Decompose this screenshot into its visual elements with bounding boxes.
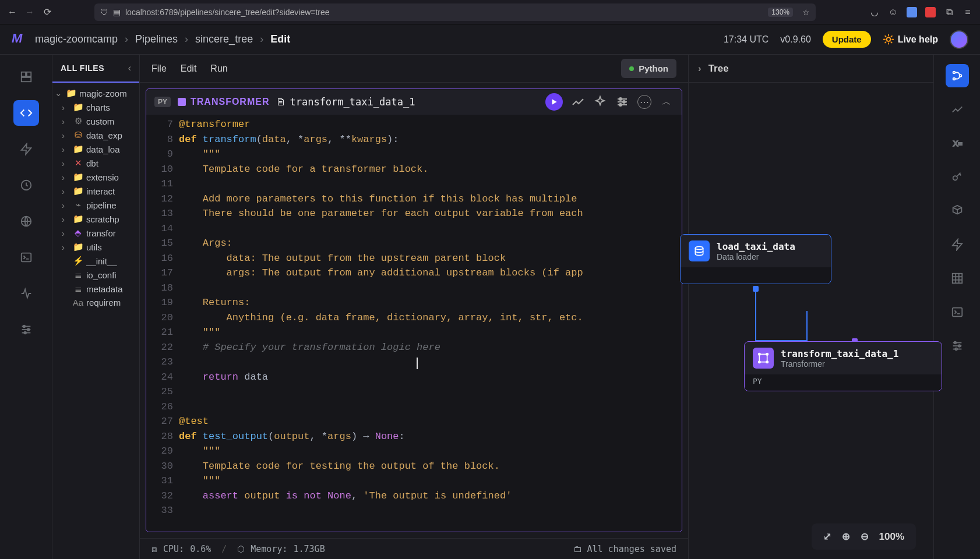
rail-clock-icon[interactable] (13, 172, 39, 198)
tree-item[interactable]: ›📁utils (52, 240, 139, 254)
file-tree[interactable]: ⌄📁magic-zoom›📁charts›⚙custom›⛁data_exp›📁… (52, 83, 139, 313)
forward-icon[interactable]: → (24, 7, 35, 17)
block-file-name[interactable]: 🗎 transform_taxi_data_1 (276, 96, 415, 108)
tree-item[interactable]: Aarequirem (52, 296, 139, 309)
account-icon[interactable]: ☺ (888, 7, 898, 17)
pocket-icon[interactable]: ◡ (869, 7, 880, 17)
chevron-right-icon[interactable]: › (62, 242, 70, 252)
crumb-pipeline[interactable]: sincere_tree (195, 33, 253, 45)
update-button[interactable]: Update (823, 31, 871, 48)
tree-panel: › Tree load_taxi_data Data loader (689, 55, 933, 559)
rail-terminal-icon[interactable] (13, 245, 39, 270)
block-header: PY TRANSFORMER 🗎 transform_taxi_data_1 ⋯… (146, 89, 682, 115)
folder-icon: 📁 (73, 172, 83, 182)
tree-item[interactable]: ›📁data_loa (52, 142, 139, 156)
tree-item-label: data_loa (86, 144, 120, 154)
extensions-icon[interactable]: ⧉ (944, 7, 954, 17)
back-icon[interactable]: ← (7, 7, 17, 17)
chevron-right-icon[interactable]: › (62, 172, 70, 182)
star-icon[interactable]: ☆ (802, 8, 810, 17)
tree-item[interactable]: ›✕dbt (52, 156, 139, 170)
live-help-button[interactable]: 🔆 Live help (883, 34, 938, 45)
rail-tree-icon[interactable] (946, 64, 969, 87)
app-logo[interactable]: M (12, 31, 29, 48)
crumb-workspace[interactable]: magic-zoomcamp (35, 33, 118, 45)
rail-triggers-icon[interactable] (946, 233, 969, 256)
rail-sliders-icon[interactable] (13, 317, 39, 342)
lock-icon: ▤ (113, 8, 121, 17)
chevron-right-icon[interactable]: › (62, 186, 70, 196)
crumb-pipelines[interactable]: Pipelines (135, 33, 178, 45)
avatar[interactable] (950, 30, 968, 49)
more-icon[interactable]: ⋯ (637, 95, 651, 109)
rail-bolt-icon[interactable] (13, 136, 39, 162)
rail-activity-icon[interactable] (13, 281, 39, 306)
rail-config-icon[interactable] (946, 334, 969, 358)
chevron-right-icon[interactable]: › (62, 214, 70, 224)
tree-item[interactable]: ≣io_confi (52, 268, 139, 282)
tree-item[interactable]: ⌄📁magic-zoom (52, 86, 139, 100)
chevron-right-icon[interactable]: › (698, 63, 701, 75)
tree-item[interactable]: ›⌁pipeline (52, 198, 139, 212)
menu-edit[interactable]: Edit (181, 63, 197, 74)
chevron-right-icon[interactable]: › (62, 200, 70, 210)
language-pill[interactable]: Python (621, 59, 676, 78)
rail-secrets-icon[interactable] (946, 165, 969, 189)
chevron-down-icon[interactable]: ⌄ (55, 88, 63, 98)
zoom-in-icon[interactable]: ⊕ (842, 530, 850, 543)
editor-menubar: File Edit Run Python (140, 55, 688, 83)
graph-node-loader[interactable]: load_taxi_data Data loader (680, 234, 831, 284)
rail-layout-icon[interactable] (13, 64, 39, 90)
svg-point-13 (24, 332, 26, 334)
url-bar[interactable]: 🛡 ▤ localhost:6789/pipelines/sincere_tre… (94, 3, 816, 21)
collapse-sidebar-icon[interactable]: ‹ (128, 63, 131, 73)
tree-item[interactable]: ›📁charts (52, 100, 139, 114)
url-text: localhost:6789/pipelines/sincere_tree/ed… (125, 8, 330, 17)
tree-item[interactable]: ›📁scratchp (52, 212, 139, 226)
zoom-badge[interactable]: 130% (768, 8, 793, 17)
graph-canvas[interactable]: load_taxi_data Data loader transform_tax… (689, 83, 933, 559)
rail-grid-icon[interactable] (946, 267, 969, 290)
graph-node-transformer[interactable]: transform_taxi_data_1 Transformer PY (744, 341, 942, 391)
chevron-right-icon[interactable]: › (62, 116, 70, 126)
extension-2-icon[interactable] (925, 7, 936, 17)
code-lines[interactable]: @transformerdef transform(data, *args, *… (179, 115, 682, 532)
tree-item[interactable]: ›📁interact (52, 184, 139, 198)
chevron-right-icon[interactable]: › (62, 158, 70, 168)
tree-item[interactable]: ›⚙custom (52, 114, 139, 128)
reload-icon[interactable]: ⟳ (42, 7, 52, 17)
chart-icon[interactable] (571, 95, 585, 109)
chevron-right-icon[interactable]: › (62, 144, 70, 154)
tree-item[interactable]: ›📁extensio (52, 170, 139, 184)
chevron-right-icon[interactable]: › (62, 228, 70, 238)
tree-item[interactable]: ≣metadata (52, 282, 139, 296)
rail-chart-icon[interactable] (946, 98, 969, 121)
sparkle-icon[interactable] (593, 95, 607, 109)
chevron-right-icon[interactable]: › (62, 130, 70, 140)
rail-code-icon[interactable] (13, 100, 39, 126)
rail-cube-icon[interactable] (946, 199, 969, 222)
play-button[interactable] (545, 93, 563, 111)
tree-item[interactable]: ›⬘transfor (52, 226, 139, 240)
tree-item-label: requirem (86, 298, 121, 307)
menu-icon[interactable]: ≡ (963, 7, 973, 17)
collapse-block-icon[interactable]: ︿ (660, 95, 674, 109)
zoom-out-icon[interactable]: ⊖ (861, 530, 869, 543)
mem-icon: ⬡ (237, 544, 245, 554)
settings-icon[interactable] (615, 95, 629, 109)
tree-item[interactable]: ›⛁data_exp (52, 128, 139, 142)
slack-icon: 🔆 (883, 34, 894, 45)
rail-globe-icon[interactable] (13, 208, 39, 234)
chevron-right-icon[interactable]: › (62, 102, 70, 112)
tree-item-label: __init__ (86, 256, 117, 266)
extension-1-icon[interactable] (907, 7, 917, 17)
menu-file[interactable]: File (151, 63, 167, 74)
zoom-controls: ⤢ ⊕ ⊖ 100% (812, 523, 916, 550)
rail-shell-icon[interactable] (946, 300, 969, 324)
zoom-fit-icon[interactable]: ⤢ (823, 530, 831, 543)
bolt-icon: ⚡ (73, 256, 83, 266)
menu-run[interactable]: Run (210, 63, 227, 74)
code-editor[interactable]: 7891011121314151617181920212223242526272… (146, 115, 682, 532)
tree-item[interactable]: ⚡__init__ (52, 254, 139, 268)
rail-variables-icon[interactable]: X= (946, 132, 969, 155)
